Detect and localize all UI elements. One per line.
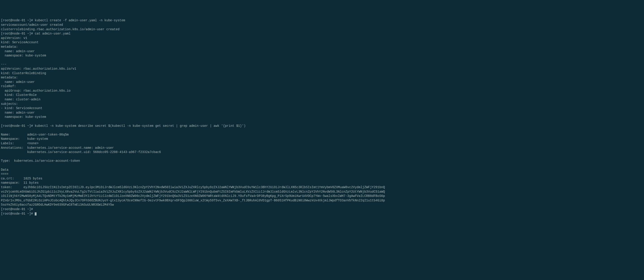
terminal-line: namespace: kube-system	[1, 115, 46, 119]
terminal-line: kind: ClusterRole	[1, 93, 37, 97]
terminal-line: name: admin-user	[1, 80, 35, 84]
terminal-line: metadata:	[1, 76, 18, 79]
terminal-line: Type: kubernetes.io/service-account-toke…	[1, 159, 80, 162]
terminal-line: Namespace: kube-system	[1, 137, 48, 141]
terminal-line: serviceaccount/admin-user created	[1, 23, 63, 27]
terminal-line: PZnGr1vJM9s_oTGbE2RLOziHPnJCobcAQhtAJQyJ…	[1, 199, 385, 202]
terminal-line: [root@node-01 ~]# kubectl -n kube-system…	[1, 124, 246, 128]
terminal-line: namespace: 11 bytes	[1, 181, 38, 184]
terminal-line: subjects:	[1, 102, 18, 106]
terminal-line: Labels: <none>	[1, 142, 38, 145]
terminal-line: metadata:	[1, 45, 18, 48]
terminal-line: Annotations: kubernetes.io/service-accou…	[1, 146, 114, 150]
terminal-line: vc2VjcmV0Lm5hbWUiOiJhZG1pbi11c2VyLXRva2V…	[1, 190, 385, 194]
terminal-line: ====	[1, 172, 8, 176]
terminal-line: name: admin-user	[1, 111, 35, 114]
terminal-prompt: [root@node-01 ~]#	[1, 212, 35, 216]
terminal-line: [root@node-01 ~]#	[1, 208, 33, 211]
terminal-line: name: admin-user	[1, 50, 35, 53]
terminal-line: - kind: ServiceAccount	[1, 106, 42, 110]
terminal-line: clusterrolebinding.rbac.authorization.k8…	[1, 28, 120, 31]
cursor-icon	[35, 212, 36, 216]
terminal-line: name: cluster-admin	[1, 98, 40, 101]
terminal-line: Name: admin-user-token-86q5m	[1, 133, 68, 136]
terminal-line: ---	[1, 62, 6, 66]
terminal-line: token: eyJhbGciOiJSUzI1NiIsImtpZCI6IiJ9.…	[1, 186, 385, 189]
terminal-line: 5soYeZk6iy8accfaz2GROdLHwKDY9e039GFwC8Tm…	[1, 203, 114, 206]
terminal-line: roleRef:	[1, 84, 16, 88]
terminal-line: [root@node-01 ~]# cat admin-user.yaml	[1, 32, 70, 36]
terminal-line: kind: ClusterRoleBinding	[1, 72, 46, 75]
terminal-line: apiVersion: rbac.authorization.k8s.io/v1	[1, 67, 76, 70]
terminal-line: iOiI1NjhkY2MwNS0yMjA4LTQxNDMtYTk2Ny1mMjM…	[1, 194, 385, 198]
terminal-output[interactable]: [root@node-01 ~]# kubectl create -f admi…	[1, 18, 643, 216]
terminal-line: apiVersion: v1	[1, 36, 27, 40]
terminal-line: [root@node-01 ~]# kubectl create -f admi…	[1, 18, 125, 22]
terminal-line: ca.crt: 1025 bytes	[1, 177, 42, 180]
terminal-line: namespace: kube-system	[1, 54, 46, 57]
terminal-line: apiGroup: rbac.authorization.k8s.io	[1, 89, 70, 92]
terminal-line: Data	[1, 168, 8, 172]
terminal-line: kind: ServiceAccount	[1, 40, 38, 44]
terminal-line: kubernetes.io/service-account.uid: 568dc…	[1, 150, 161, 154]
